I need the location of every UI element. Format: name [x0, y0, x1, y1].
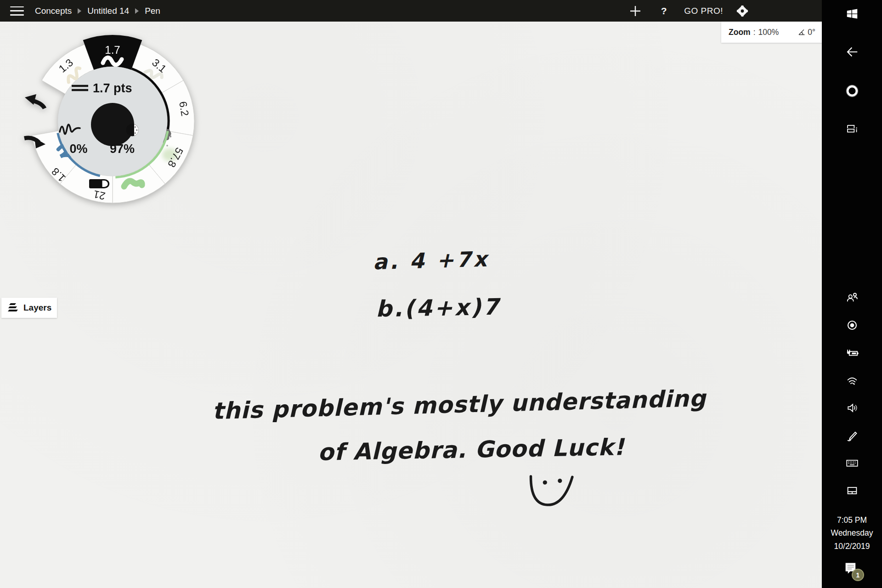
settings-button[interactable]	[729, 0, 755, 22]
zoom-value: 100%	[758, 28, 779, 37]
smiley-face-doodle	[523, 470, 582, 515]
gear-icon	[736, 5, 749, 17]
new-document-button[interactable]	[621, 0, 650, 22]
start-button[interactable]	[822, 3, 882, 25]
zoom-label: Zoom	[729, 28, 751, 37]
stroke-width-value[interactable]: 1.7 pts	[93, 81, 132, 95]
zoom-indicator: Zoom : 100% 0°	[721, 22, 822, 43]
undo-button[interactable]	[25, 94, 45, 108]
task-view-icon	[845, 122, 859, 136]
back-button[interactable]	[822, 41, 882, 63]
touch-keyboard-button[interactable]	[822, 452, 882, 474]
question-mark-icon: ?	[661, 6, 667, 17]
touchpad-button[interactable]	[822, 480, 882, 502]
breadcrumb-tool[interactable]: Pen	[145, 6, 160, 16]
segment-size-label-active: 1.7	[105, 44, 120, 56]
windows-taskbar: 7:05 PM Wednesday 10/2/2019 1	[822, 0, 882, 588]
touchpad-icon	[845, 484, 859, 498]
windows-ink-button[interactable]	[822, 424, 882, 447]
clock-day: Wednesday	[822, 526, 882, 539]
layers-label: Layers	[23, 303, 51, 313]
go-pro-button[interactable]: GO PRO!	[678, 0, 729, 22]
zoom-separator: :	[753, 28, 756, 37]
clock-date: 10/2/2019	[822, 540, 882, 553]
tool-wheel[interactable]: 1.3 1.7 3.1 6.2 57.8 21 1.8 1.7 pts 0% 9…	[18, 27, 207, 215]
hamburger-menu-icon[interactable]	[10, 6, 24, 16]
plus-icon	[629, 5, 641, 17]
rotation-value: 0°	[808, 28, 815, 37]
taskbar-clock[interactable]: 7:05 PM Wednesday 10/2/2019	[822, 514, 882, 553]
breadcrumb-separator-icon	[135, 8, 139, 14]
windows-logo-icon	[845, 7, 859, 21]
layers-icon	[6, 302, 19, 313]
people-icon	[845, 291, 859, 305]
segment-size-label: 6.2	[177, 101, 191, 117]
wifi-button[interactable]	[822, 370, 882, 392]
record-circle-icon	[845, 318, 859, 332]
angle-icon	[798, 29, 805, 35]
go-pro-label: GO PRO!	[684, 6, 723, 16]
battery-button[interactable]	[822, 342, 882, 364]
top-bar: Concepts Untitled 14 Pen ? GO PRO!	[0, 0, 822, 22]
keyboard-icon	[845, 456, 859, 470]
layers-button[interactable]: Layers	[1, 298, 57, 318]
cortana-button[interactable]	[822, 80, 882, 102]
pen-icon	[845, 429, 859, 442]
handwriting-line-a: a. 4 +7x	[373, 247, 489, 275]
color-puck[interactable]	[91, 103, 134, 146]
breadcrumb-document[interactable]: Untitled 14	[87, 6, 129, 16]
handwriting-note-line2: of Algebra. Good Luck!	[318, 434, 625, 466]
people-button[interactable]	[822, 287, 882, 309]
breadcrumb: Concepts Untitled 14 Pen	[35, 6, 160, 16]
screen-record-button[interactable]	[822, 314, 882, 336]
wifi-icon	[845, 374, 859, 388]
segment-size-label: 21	[92, 188, 106, 202]
notification-badge: 1	[852, 569, 864, 581]
opacity-icon	[126, 124, 139, 136]
volume-button[interactable]	[822, 397, 882, 419]
task-view-button[interactable]	[822, 118, 882, 140]
cortana-circle-icon	[845, 84, 859, 98]
breadcrumb-gallery[interactable]: Concepts	[35, 6, 72, 16]
opacity-value[interactable]: 97%	[110, 142, 135, 156]
back-arrow-icon	[845, 45, 859, 59]
smoothing-value[interactable]: 0%	[69, 142, 87, 156]
chisel-marker-icon	[89, 179, 109, 188]
breadcrumb-separator-icon	[78, 8, 81, 14]
handwriting-line-b: b.(4+x)7	[376, 294, 501, 322]
battery-charging-icon	[845, 346, 859, 360]
speaker-icon	[845, 401, 859, 415]
green-marker-stroke-preview	[124, 181, 142, 187]
action-center-button[interactable]: 1	[843, 561, 859, 578]
clock-time: 7:05 PM	[822, 514, 882, 526]
help-button[interactable]: ?	[650, 0, 678, 22]
